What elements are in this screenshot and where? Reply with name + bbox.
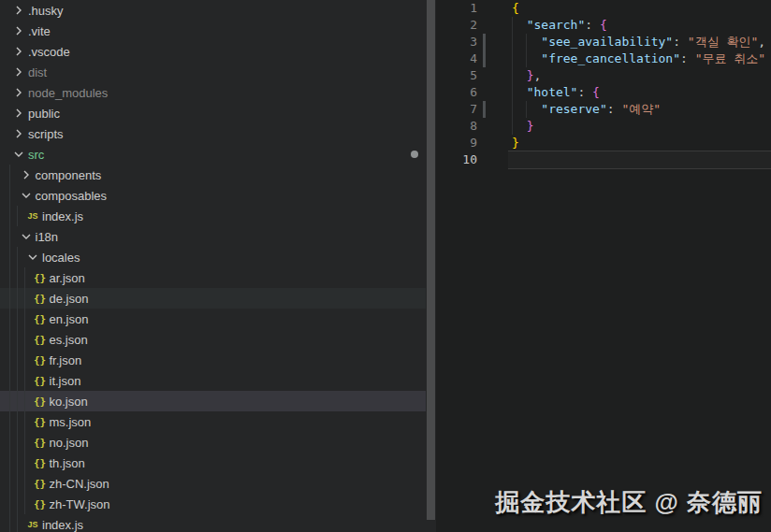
tree-item-label: .vite <box>28 24 51 38</box>
tree-item-fr.json[interactable]: {}fr.json <box>0 350 426 370</box>
line-number[interactable]: 2 <box>436 17 477 34</box>
line-number[interactable]: 4 <box>436 50 477 67</box>
tree-item-ms.json[interactable]: {}ms.json <box>0 411 426 432</box>
code-content[interactable]: { "search": { "see_availability": "객실 확인… <box>512 0 771 168</box>
tree-item-node_modules[interactable]: node_modules <box>0 82 426 103</box>
chevron-down-icon <box>11 147 26 162</box>
sidebar-scrollbar-track[interactable] <box>426 0 436 532</box>
line-number[interactable]: 9 <box>436 135 477 151</box>
chevron-right-icon <box>11 3 26 18</box>
code-token-pt: : <box>673 35 688 49</box>
tree-indent-guide <box>9 185 10 206</box>
chevron-right-icon <box>19 167 34 182</box>
json-icon: {} <box>33 414 48 429</box>
line-number[interactable]: 1 <box>436 0 477 17</box>
tree-indent-guide <box>17 411 18 432</box>
json-icon: {} <box>33 476 48 491</box>
tree-indent-guide <box>24 267 25 288</box>
line-number[interactable]: 8 <box>436 118 477 135</box>
tree-indent-guide <box>24 411 25 432</box>
tree-item-label: es.json <box>50 333 88 347</box>
tree-item-public[interactable]: public <box>0 103 426 123</box>
tree-indent-guide <box>17 370 18 391</box>
code-token-pt: : <box>607 102 622 116</box>
tree-item-components[interactable]: components <box>0 165 426 185</box>
tree-item-ar.json[interactable]: {}ar.json <box>0 267 426 288</box>
js-icon: JS <box>25 517 40 532</box>
code-line[interactable]: { <box>512 0 771 17</box>
code-line[interactable]: "see_availability": "객실 확인", <box>512 34 771 50</box>
code-token-b2: } <box>527 119 534 133</box>
tree-item-src[interactable]: src <box>0 144 426 165</box>
code-token-pt: , <box>533 68 541 82</box>
chevron-right-icon <box>11 44 26 59</box>
tree-indent-guide <box>9 165 10 185</box>
file-tree: .husky.vite.vscodedistnode_modulespublic… <box>0 0 426 532</box>
tree-indent-guide <box>17 432 18 453</box>
tree-indent-guide <box>9 473 10 494</box>
tree-item-.vite[interactable]: .vite <box>0 21 426 41</box>
code-line[interactable]: "free_cancellation": "무료 취소" <box>512 50 771 67</box>
tree-item-dist[interactable]: dist <box>0 62 426 82</box>
tree-item-label: it.json <box>50 374 81 388</box>
chevron-right-icon <box>11 126 26 141</box>
code-token-pt <box>512 35 541 49</box>
line-number[interactable]: 3 <box>436 34 477 50</box>
tree-item-en.json[interactable]: {}en.json <box>0 309 426 329</box>
file-explorer-sidebar: .husky.vite.vscodedistnode_modulespublic… <box>0 0 426 532</box>
tree-item-it.json[interactable]: {}it.json <box>0 370 426 391</box>
tree-indent-guide <box>9 329 10 350</box>
tree-item-label: fr.json <box>50 353 82 367</box>
tree-item-zh-CN.json[interactable]: {}zh-CN.json <box>0 473 426 494</box>
code-token-key: "hotel" <box>527 85 578 99</box>
tree-item-.vscode[interactable]: .vscode <box>0 41 426 62</box>
tree-item-i18n[interactable]: i18n <box>0 226 426 247</box>
tree-item-label: zh-CN.json <box>50 477 109 491</box>
code-line[interactable]: "search": { <box>512 17 771 34</box>
code-line[interactable]: "reserve": "예약" <box>512 101 771 118</box>
tree-item-zh-TW.json[interactable]: {}zh-TW.json <box>0 494 426 514</box>
tree-indent-guide <box>17 206 18 226</box>
tree-item-index.js[interactable]: JSindex.js <box>0 514 426 532</box>
tree-item-index.js[interactable]: JSindex.js <box>0 206 426 226</box>
tree-item-ko.json[interactable]: {}ko.json <box>0 391 426 411</box>
tree-item-no.json[interactable]: {}no.json <box>0 432 426 453</box>
code-editor[interactable]: 12345678910 { "search": { "see_availabil… <box>436 0 771 532</box>
code-line[interactable]: "hotel": { <box>512 84 771 101</box>
json-icon: {} <box>33 311 48 326</box>
json-icon: {} <box>33 435 48 450</box>
code-token-pt: : <box>680 51 695 65</box>
tree-indent-guide <box>17 391 18 411</box>
tree-indent-guide <box>17 267 18 288</box>
code-token-b1: } <box>512 136 519 150</box>
tree-item-composables[interactable]: composables <box>0 185 426 206</box>
tree-item-de.json[interactable]: {}de.json <box>0 288 426 309</box>
code-line[interactable]: } <box>512 135 771 151</box>
tree-item-scripts[interactable]: scripts <box>0 123 426 144</box>
json-icon: {} <box>33 373 48 388</box>
tree-indent-guide <box>17 514 18 532</box>
tree-item-th.json[interactable]: {}th.json <box>0 453 426 473</box>
line-number[interactable]: 6 <box>436 84 477 101</box>
code-line[interactable] <box>512 151 771 168</box>
code-token-pt <box>512 85 527 99</box>
json-icon: {} <box>33 291 48 306</box>
code-token-str: "객실 확인" <box>688 35 758 49</box>
tree-item-label: no.json <box>50 436 89 450</box>
tree-item-label: ms.json <box>50 415 92 429</box>
code-token-pt <box>512 18 527 32</box>
line-number[interactable]: 10 <box>436 151 477 168</box>
chevron-down-icon <box>19 229 34 244</box>
tree-item-.husky[interactable]: .husky <box>0 0 426 21</box>
sidebar-scrollbar-thumb[interactable] <box>427 0 435 520</box>
code-line[interactable]: } <box>512 118 771 135</box>
line-number[interactable]: 7 <box>436 101 477 118</box>
tree-item-es.json[interactable]: {}es.json <box>0 329 426 350</box>
tree-indent-guide <box>24 494 25 514</box>
tree-item-locales[interactable]: locales <box>0 247 426 267</box>
chevron-right-icon <box>11 65 26 79</box>
code-line[interactable]: }, <box>512 67 771 84</box>
line-number[interactable]: 5 <box>436 67 477 84</box>
code-token-pt: , <box>758 35 765 49</box>
tree-item-label: .husky <box>28 4 64 18</box>
